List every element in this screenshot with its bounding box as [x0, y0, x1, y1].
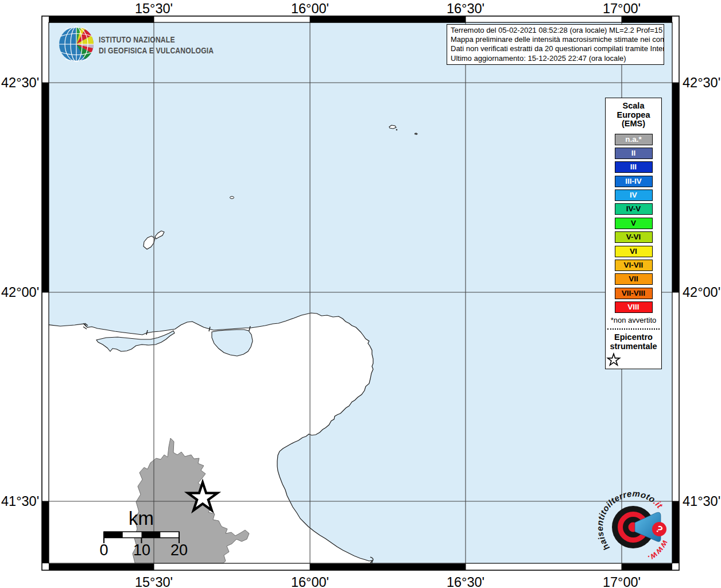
legend-title-1: Scala	[606, 102, 661, 111]
ems-item-vii-viii: VII-VIII	[615, 288, 653, 299]
axis-top-1700: 17°00'	[603, 1, 641, 17]
scale-tick-10: 10	[133, 541, 150, 559]
info-line-updated: Ultimo aggiornamento: 15-12-2025 22:47 (…	[451, 54, 660, 63]
ems-item-na: n.a.*	[615, 134, 653, 145]
ems-item-iii-iv: III-IV	[615, 176, 653, 187]
scale-unit-label: km	[129, 508, 154, 529]
ems-item-iv-v: IV-V	[615, 203, 653, 215]
ems-item-v: V	[615, 218, 653, 229]
axis-top-1600: 16°00'	[291, 1, 329, 17]
ingv-globe-icon	[59, 27, 94, 61]
info-line-data: Dati non verificati estratti da 20 quest…	[451, 44, 660, 53]
axis-bottom-1700: 17°00'	[603, 575, 641, 588]
ingv-line1: ISTITUTO NAZIONALE	[99, 34, 214, 45]
info-line-map: Mappa preliminare delle intensità macros…	[451, 35, 660, 44]
macroseismic-map-page: haisentitoilterremoto.it www. ? 15°30' 1…	[0, 0, 721, 588]
ems-item-ii: II	[615, 148, 653, 159]
ems-item-vii: VII	[615, 273, 653, 285]
epicenter-label-1: Epicentro	[606, 332, 661, 342]
scale-tick-20: 20	[170, 541, 188, 559]
epicenter-label-2: strumentale	[606, 342, 661, 351]
axis-left-4230: 42°30'	[1, 75, 39, 91]
info-line-event: Terremoto del 05-02-2021 08:52:28 (ora l…	[451, 26, 660, 35]
ingv-logo-text: ISTITUTO NAZIONALE DI GEOFISICA E VULCAN…	[99, 34, 214, 56]
legend-separator	[607, 328, 660, 330]
legend-footnote: *non avvertito	[606, 316, 661, 324]
ems-item-vi: VI	[615, 246, 653, 257]
ems-item-vi-vii: VI-VII	[615, 260, 653, 271]
islet-north-a2	[396, 129, 398, 131]
axis-top-1530: 15°30'	[135, 1, 173, 17]
event-info-box: Terremoto del 05-02-2021 08:52:28 (ora l…	[447, 24, 664, 65]
axis-bottom-1530: 15°30'	[135, 575, 173, 588]
legend-title-3: (EMS)	[606, 119, 661, 129]
ems-scale-items: n.a.* II III III-IV IV IV-V V V-VI VI VI…	[606, 134, 661, 314]
ems-item-v-vi: V-VI	[615, 231, 653, 243]
legend-star-icon	[606, 353, 622, 368]
ingv-line2: DI GEOFISICA E VULCANOLOGIA	[99, 45, 214, 56]
ems-item-viii: VIII	[615, 301, 653, 313]
axis-right-4130: 41°30'	[683, 494, 720, 509]
ems-item-iv: IV	[615, 189, 653, 201]
axis-right-4200: 42°00'	[683, 285, 720, 300]
axis-bottom-1630: 16°30'	[447, 575, 484, 588]
axis-right-4230: 42°30'	[683, 75, 720, 91]
axis-top-1630: 16°30'	[447, 1, 484, 17]
axis-bottom-1600: 16°00'	[291, 575, 329, 588]
axis-left-4130: 41°30'	[1, 494, 39, 509]
legend-title-2: Europea	[606, 111, 661, 120]
scale-tick-0: 0	[99, 541, 108, 559]
ems-item-iii: III	[615, 161, 653, 173]
island-pianosa	[230, 196, 234, 199]
ems-legend: Scala Europea (EMS) n.a.* II III III-IV …	[605, 98, 662, 369]
axis-left-4200: 42°00'	[1, 285, 39, 300]
